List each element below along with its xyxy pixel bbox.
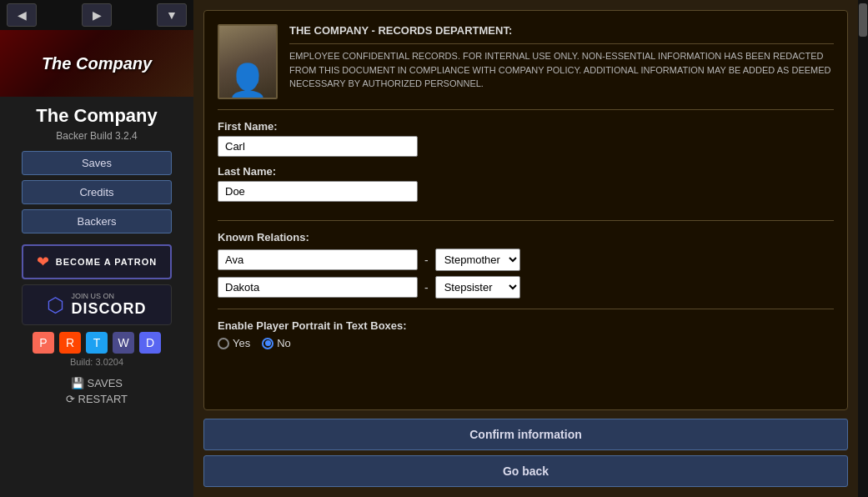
- relation-name-1[interactable]: [218, 249, 418, 270]
- relation-row-2: - Stepsister Stepmother Mother Sister: [218, 276, 834, 299]
- bottom-buttons: Confirm information Go back: [203, 419, 848, 487]
- dept-divider: [289, 43, 834, 44]
- portrait-no-radio[interactable]: [262, 338, 273, 349]
- build-number: Build: 3.0204: [70, 357, 123, 367]
- last-name-input[interactable]: [218, 181, 418, 202]
- portrait-yes-option[interactable]: Yes: [218, 337, 250, 349]
- top-nav: ◀ ▶ ▼: [0, 0, 193, 30]
- relation-name-2[interactable]: [218, 277, 418, 298]
- website-icon[interactable]: W: [113, 332, 134, 354]
- credits-button[interactable]: Credits: [22, 180, 172, 204]
- employee-photo: [218, 24, 278, 99]
- known-relations-label: Known Relations:: [218, 231, 834, 243]
- restart-link[interactable]: ⟳ RESTART: [66, 393, 128, 405]
- build-label: Backer Build 3.2.4: [56, 130, 137, 142]
- backers-button[interactable]: Backers: [22, 209, 172, 233]
- relation-dash-1: -: [424, 254, 429, 267]
- scrollbar-thumb[interactable]: [859, 3, 867, 37]
- section-divider-2: [218, 220, 834, 221]
- portrait-label: Enable Player Portrait in Text Boxes:: [218, 319, 834, 332]
- section-divider-3: [218, 309, 834, 309]
- saves-button[interactable]: Saves: [22, 151, 172, 175]
- confirm-button[interactable]: Confirm information: [203, 419, 848, 450]
- patron-icon: ❤: [37, 253, 49, 271]
- discord-join-label: JOIN US ON: [71, 292, 146, 300]
- saves-link[interactable]: 💾 SAVES: [71, 377, 123, 389]
- social-icons: P R T W D: [33, 332, 161, 354]
- main-content: THE COMPANY - RECORDS DEPARTMENT: EMPLOY…: [193, 0, 858, 497]
- menu-button[interactable]: ▼: [157, 3, 187, 27]
- relation-type-1[interactable]: Stepmother Stepsister Mother Sister: [435, 248, 520, 271]
- confidential-text: EMPLOYEE CONFIDENTIAL RECORDS. FOR INTER…: [289, 49, 834, 91]
- relation-type-2[interactable]: Stepsister Stepmother Mother Sister: [435, 276, 520, 299]
- dept-title: THE COMPANY - RECORDS DEPARTMENT:: [289, 24, 834, 37]
- banner-title: The Company: [42, 54, 152, 73]
- first-name-label: First Name:: [218, 120, 834, 133]
- section-divider-1: [218, 109, 834, 110]
- forward-button[interactable]: ▶: [82, 3, 112, 27]
- sidebar: ◀ ▶ ▼ The Company The Company Backer Bui…: [0, 0, 193, 497]
- discord-text: JOIN US ON DISCORD: [71, 292, 146, 318]
- discord-icon: ⬡: [47, 294, 64, 317]
- first-name-input[interactable]: [218, 136, 418, 157]
- relation-dash-2: -: [424, 281, 429, 294]
- right-scrollbar[interactable]: [858, 0, 868, 497]
- discord-button[interactable]: ⬡ JOIN US ON DISCORD: [22, 284, 172, 325]
- reddit-icon[interactable]: R: [59, 332, 81, 354]
- portrait-yes-radio[interactable]: [218, 338, 229, 349]
- discord-social-icon[interactable]: D: [139, 332, 161, 354]
- records-header: THE COMPANY - RECORDS DEPARTMENT: EMPLOY…: [218, 24, 834, 99]
- records-panel: THE COMPANY - RECORDS DEPARTMENT: EMPLOY…: [203, 10, 848, 410]
- patron-button[interactable]: ❤ BECOME A PATRON: [22, 244, 172, 279]
- portrait-no-label: No: [277, 337, 291, 349]
- relation-row-1: - Stepmother Stepsister Mother Sister: [218, 248, 834, 271]
- last-name-label: Last Name:: [218, 165, 834, 178]
- game-title: The Company: [36, 105, 157, 127]
- patron-text: BECOME A PATRON: [56, 257, 157, 267]
- twitter-icon[interactable]: T: [86, 332, 108, 354]
- back-button[interactable]: ◀: [7, 3, 37, 27]
- portrait-section: Enable Player Portrait in Text Boxes: Ye…: [218, 319, 834, 349]
- patreon-icon[interactable]: P: [33, 332, 54, 354]
- portrait-radio-row: Yes No: [218, 337, 834, 349]
- sidebar-banner: The Company: [0, 30, 193, 97]
- records-text: THE COMPANY - RECORDS DEPARTMENT: EMPLOY…: [289, 24, 834, 91]
- discord-name-label: DISCORD: [71, 300, 146, 318]
- portrait-yes-label: Yes: [233, 337, 250, 349]
- go-back-button[interactable]: Go back: [203, 455, 848, 487]
- portrait-no-option[interactable]: No: [262, 337, 291, 349]
